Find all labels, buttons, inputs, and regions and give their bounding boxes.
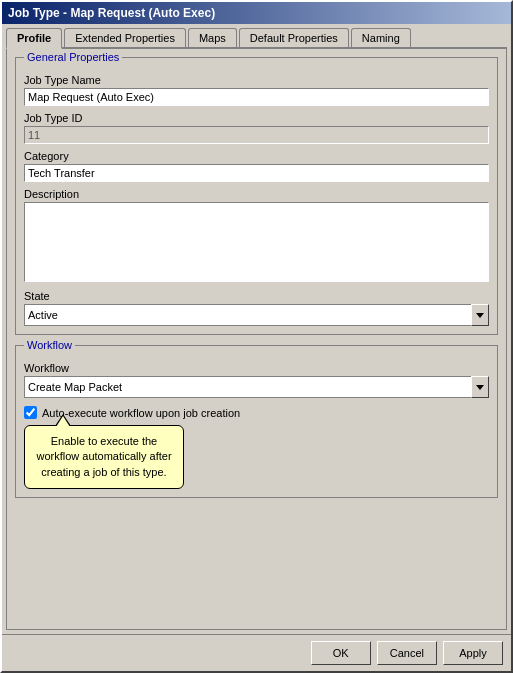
window-content: Profile Extended Properties Maps Default… xyxy=(2,24,511,634)
state-select-container: Active Inactive xyxy=(24,304,489,326)
main-window: Job Type - Map Request (Auto Exec) Profi… xyxy=(0,0,513,673)
job-type-id-label: Job Type ID xyxy=(24,112,489,124)
tab-content-profile: General Properties Job Type Name Job Typ… xyxy=(6,49,507,630)
window-title: Job Type - Map Request (Auto Exec) xyxy=(8,6,215,20)
ok-button[interactable]: OK xyxy=(311,641,371,665)
tab-default-properties[interactable]: Default Properties xyxy=(239,28,349,47)
category-label: Category xyxy=(24,150,489,162)
tab-profile[interactable]: Profile xyxy=(6,28,62,49)
job-type-name-label: Job Type Name xyxy=(24,74,489,86)
workflow-group: Workflow Workflow Create Map Packet Auto… xyxy=(15,345,498,498)
state-label: State xyxy=(24,290,489,302)
tab-bar: Profile Extended Properties Maps Default… xyxy=(6,28,507,49)
cancel-button[interactable]: Cancel xyxy=(377,641,437,665)
apply-button[interactable]: Apply xyxy=(443,641,503,665)
workflow-dropdown-arrow-icon xyxy=(476,385,484,390)
general-properties-group: General Properties Job Type Name Job Typ… xyxy=(15,57,498,335)
tooltip-balloon: Enable to execute the workflow automatic… xyxy=(24,425,184,489)
workflow-select-container: Create Map Packet xyxy=(24,376,489,398)
description-textarea[interactable] xyxy=(24,202,489,282)
workflow-group-label: Workflow xyxy=(24,339,75,351)
category-input[interactable] xyxy=(24,164,489,182)
workflow-label: Workflow xyxy=(24,362,489,374)
tab-extended-properties[interactable]: Extended Properties xyxy=(64,28,186,47)
auto-execute-row: Auto-execute workflow upon job creation xyxy=(24,406,489,419)
auto-execute-checkbox[interactable] xyxy=(24,406,37,419)
state-dropdown-btn[interactable] xyxy=(471,304,489,326)
job-type-name-input[interactable] xyxy=(24,88,489,106)
description-label: Description xyxy=(24,188,489,200)
state-dropdown-arrow-icon xyxy=(476,313,484,318)
general-properties-label: General Properties xyxy=(24,51,122,63)
state-select[interactable]: Active Inactive xyxy=(24,304,472,326)
tab-maps[interactable]: Maps xyxy=(188,28,237,47)
button-bar: OK Cancel Apply xyxy=(2,634,511,671)
tooltip-text: Enable to execute the workflow automatic… xyxy=(36,435,171,478)
job-type-id-input xyxy=(24,126,489,144)
workflow-select[interactable]: Create Map Packet xyxy=(24,376,472,398)
title-bar: Job Type - Map Request (Auto Exec) xyxy=(2,2,511,24)
auto-execute-label: Auto-execute workflow upon job creation xyxy=(42,407,240,419)
workflow-dropdown-btn[interactable] xyxy=(471,376,489,398)
tab-naming[interactable]: Naming xyxy=(351,28,411,47)
